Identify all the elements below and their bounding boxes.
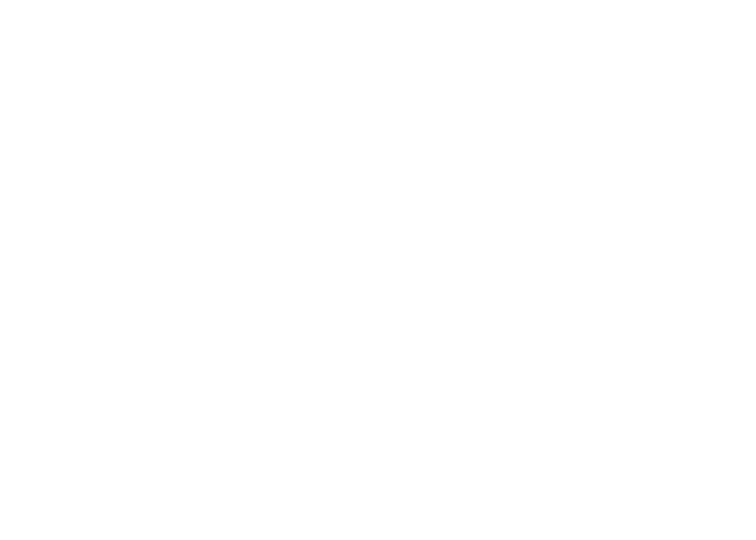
chart-canvas	[259, 7, 497, 169]
